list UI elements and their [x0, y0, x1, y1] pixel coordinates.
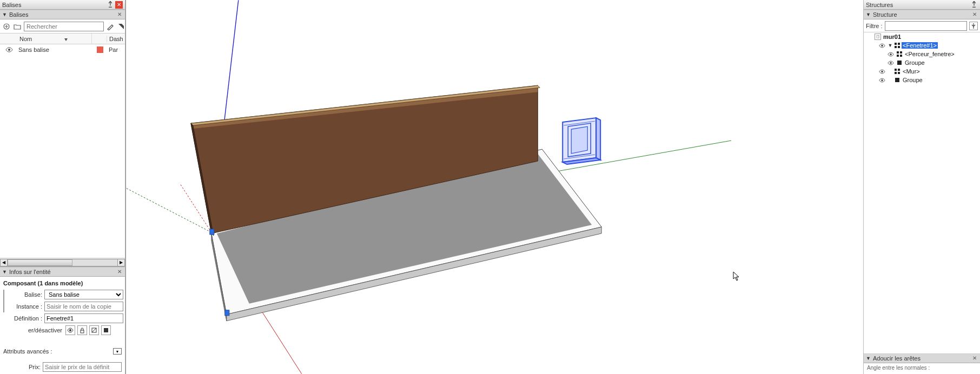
- model-icon: ◫: [875, 34, 881, 40]
- entity-info-panel: ▼ Infos sur l'entité ✕ Composant (1 dans…: [0, 266, 125, 374]
- close-section-icon[interactable]: ✕: [116, 269, 123, 275]
- component-icon: [894, 68, 900, 75]
- balise-label: Balise:: [9, 291, 42, 298]
- lock-icon[interactable]: [77, 325, 87, 335]
- tag-folder-icon[interactable]: [13, 22, 22, 31]
- scroll-thumb[interactable]: [8, 259, 72, 266]
- tree-fenetre-row[interactable]: ▼ <Fenetre#1>: [864, 41, 980, 50]
- chevron-down-icon: ▼: [866, 356, 871, 361]
- structure-section-header[interactable]: ▼ Structure ✕: [864, 10, 980, 19]
- scroll-right-icon[interactable]: ▶: [117, 259, 125, 266]
- tree-mur-row[interactable]: <Mur>: [864, 67, 980, 76]
- entity-top-block: Balise: Sans balise Instance : Définitio…: [3, 290, 122, 323]
- svg-rect-43: [898, 72, 900, 74]
- outliner-tree[interactable]: ◫ mur01 ▼ <Fenetre#1> <Perceur_fenetre> …: [864, 32, 980, 353]
- entity-info-title: Composant (1 dans modèle): [3, 279, 122, 288]
- visibility-icon[interactable]: [878, 78, 886, 83]
- tag-name: Sans balise: [14, 46, 97, 53]
- component-icon: [896, 51, 903, 57]
- structures-panel-titlebar: Structures: [864, 0, 980, 10]
- close-section-icon[interactable]: ✕: [971, 11, 978, 18]
- scroll-left-icon[interactable]: ◀: [0, 259, 8, 266]
- svg-rect-5: [104, 328, 108, 332]
- entity-toggles: er/désactiver: [3, 325, 122, 335]
- svg-point-28: [881, 44, 883, 46]
- definition-label: Définition :: [9, 315, 42, 322]
- svg-rect-36: [897, 55, 899, 57]
- visibility-icon[interactable]: [878, 69, 886, 74]
- expand-tree-icon[interactable]: [969, 22, 978, 30]
- tree-groupe2-label: Groupe: [902, 77, 924, 83]
- column-header-dash[interactable]: Dash: [107, 36, 125, 42]
- instance-input[interactable]: [44, 302, 123, 311]
- svg-marker-25: [571, 126, 587, 153]
- tree-fenetre-label: <Fenetre#1>: [902, 42, 938, 49]
- scroll-track[interactable]: [8, 259, 117, 266]
- tree-groupe2-row[interactable]: Groupe: [864, 76, 980, 84]
- group-icon: [896, 59, 903, 66]
- chevron-down-icon[interactable]: ▼: [888, 43, 893, 48]
- visibility-icon[interactable]: [4, 47, 14, 52]
- add-tag-icon[interactable]: [2, 22, 11, 31]
- svg-rect-34: [897, 51, 899, 54]
- balises-table-header: Nom Dash: [0, 34, 125, 44]
- pin-icon[interactable]: [107, 1, 114, 9]
- search-input[interactable]: [24, 22, 104, 31]
- column-header-nom[interactable]: Nom: [0, 36, 91, 42]
- visibility-icon[interactable]: [886, 61, 895, 65]
- filter-label: Filtre :: [866, 23, 883, 29]
- definition-input[interactable]: [44, 313, 123, 323]
- pin-icon[interactable]: [970, 1, 978, 9]
- svg-rect-29: [895, 43, 897, 45]
- expand-attributes-icon[interactable]: ▼: [113, 348, 122, 355]
- svg-rect-37: [900, 55, 902, 57]
- tag-row[interactable]: Sans balise Par: [0, 44, 125, 55]
- entity-info-header[interactable]: ▼ Infos sur l'entité ✕: [0, 267, 125, 277]
- mouse-cursor: [733, 271, 740, 282]
- svg-rect-3: [81, 330, 84, 333]
- color-by-tag-icon[interactable]: [106, 22, 115, 31]
- balise-select[interactable]: Sans balise: [44, 290, 123, 299]
- prix-row: Prix:: [3, 362, 122, 372]
- group-icon: [894, 77, 900, 83]
- tag-tool-icon[interactable]: [117, 22, 125, 31]
- chevron-down-icon: ▼: [2, 12, 7, 17]
- prix-input[interactable]: [43, 362, 122, 372]
- advanced-attributes-row: Attributs avancés : ▼: [3, 348, 122, 355]
- close-section-icon[interactable]: ✕: [971, 355, 978, 362]
- balises-section-header[interactable]: ▼ Balises ✕: [0, 10, 125, 19]
- shadows-face-icon[interactable]: [89, 325, 99, 335]
- adoucir-section-label: Adoucir les arêtes: [873, 355, 971, 362]
- svg-point-33: [890, 53, 891, 55]
- balises-toolbar: [0, 19, 125, 34]
- svg-point-38: [890, 62, 891, 63]
- svg-point-39: [881, 70, 883, 72]
- entity-info-section-label: Infos sur l'entité: [9, 269, 116, 275]
- filter-row: Filtre :: [864, 19, 980, 32]
- svg-marker-22: [596, 118, 600, 160]
- horizontal-scrollbar[interactable]: ◀ ▶: [0, 258, 125, 266]
- svg-rect-31: [895, 46, 897, 48]
- tree-groupe1-row[interactable]: Groupe: [864, 58, 980, 67]
- close-section-icon[interactable]: ✕: [116, 11, 123, 18]
- hide-icon[interactable]: [65, 325, 75, 335]
- tree-perceur-row[interactable]: <Perceur_fenetre>: [864, 50, 980, 58]
- close-icon[interactable]: ✕: [115, 1, 123, 9]
- visibility-icon[interactable]: [886, 52, 895, 57]
- tag-color-swatch[interactable]: [97, 46, 103, 53]
- advanced-attributes-label: Attributs avancés :: [3, 348, 113, 355]
- shadows-receive-icon[interactable]: [101, 325, 111, 335]
- visibility-icon[interactable]: [878, 43, 886, 48]
- toggle-label: er/désactiver: [28, 327, 62, 333]
- adoucir-section-header[interactable]: ▼ Adoucir les arêtes ✕: [864, 353, 980, 363]
- tree-model-row[interactable]: ◫ mur01: [864, 32, 980, 41]
- balises-section-label: Balises: [9, 11, 116, 18]
- entity-thumbnail[interactable]: [3, 290, 4, 312]
- prix-label: Prix:: [3, 364, 41, 370]
- svg-rect-19: [210, 229, 214, 235]
- 3d-viewport[interactable]: [125, 0, 731, 374]
- svg-point-1: [8, 49, 10, 51]
- definition-row: Définition :: [9, 313, 123, 323]
- filter-input[interactable]: [885, 21, 967, 31]
- column-header-color[interactable]: [91, 34, 107, 44]
